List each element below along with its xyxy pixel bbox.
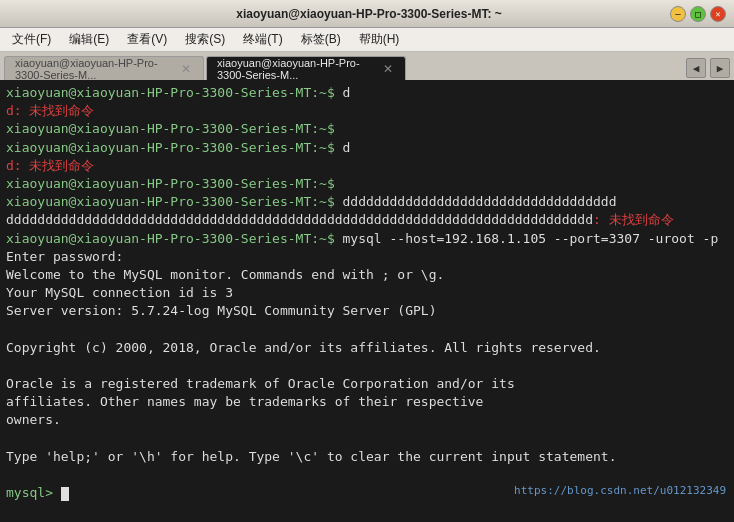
terminal-line-9: xiaoyuan@xiaoyuan-HP-Pro-3300-Series-MT:… (6, 230, 728, 248)
terminal-line-4: xiaoyuan@xiaoyuan-HP-Pro-3300-Series-MT:… (6, 139, 728, 157)
terminal-line-8: dddddddddddddddddddddddddddddddddddddddd… (6, 211, 728, 229)
tab-scroll-left[interactable]: ◀ (686, 58, 706, 78)
close-button[interactable]: ✕ (710, 6, 726, 22)
tab-1-close[interactable]: ✕ (179, 62, 193, 76)
tab-bar: xiaoyuan@xiaoyuan-HP-Pro-3300-Series-M..… (0, 52, 734, 80)
menu-tabs[interactable]: 标签(B) (293, 29, 349, 50)
terminal-line-16: affiliates. Other names may be trademark… (6, 393, 728, 411)
terminal-line-14: Copyright (c) 2000, 2018, Oracle and/or … (6, 339, 728, 357)
terminal-line-1: xiaoyuan@xiaoyuan-HP-Pro-3300-Series-MT:… (6, 84, 728, 102)
terminal-blank-2 (6, 357, 728, 375)
terminal-line-7: xiaoyuan@xiaoyuan-HP-Pro-3300-Series-MT:… (6, 193, 728, 211)
menu-bar: 文件(F) 编辑(E) 查看(V) 搜索(S) 终端(T) 标签(B) 帮助(H… (0, 28, 734, 52)
menu-terminal[interactable]: 终端(T) (235, 29, 290, 50)
menu-edit[interactable]: 编辑(E) (61, 29, 117, 50)
terminal-line-17: owners. (6, 411, 728, 429)
terminal-line-10: Enter password: (6, 248, 728, 266)
menu-search[interactable]: 搜索(S) (177, 29, 233, 50)
window-title: xiaoyuan@xiaoyuan-HP-Pro-3300-Series-MT:… (68, 7, 670, 21)
terminal-blank-1 (6, 320, 728, 338)
terminal-line-11: Welcome to the MySQL monitor. Commands e… (6, 266, 728, 284)
terminal-line-12: Your MySQL connection id is 3 (6, 284, 728, 302)
tab-2-close[interactable]: ✕ (381, 62, 395, 76)
minimize-button[interactable]: – (670, 6, 686, 22)
terminal-line-18: Type 'help;' or '\h' for help. Type '\c'… (6, 448, 728, 466)
tab-1[interactable]: xiaoyuan@xiaoyuan-HP-Pro-3300-Series-M..… (4, 56, 204, 80)
terminal-line-13: Server version: 5.7.24-log MySQL Communi… (6, 302, 728, 320)
terminal-blank-4 (6, 466, 728, 484)
title-bar: xiaoyuan@xiaoyuan-HP-Pro-3300-Series-MT:… (0, 0, 734, 28)
window-controls[interactable]: – □ ✕ (670, 6, 726, 22)
tab-2[interactable]: xiaoyuan@xiaoyuan-HP-Pro-3300-Series-M..… (206, 56, 406, 80)
tab-scroll-right[interactable]: ▶ (710, 58, 730, 78)
menu-file[interactable]: 文件(F) (4, 29, 59, 50)
maximize-button[interactable]: □ (690, 6, 706, 22)
tab-actions: ◀ ▶ (686, 58, 730, 80)
terminal-blank-3 (6, 430, 728, 448)
terminal-line-2: d: 未找到命令 (6, 102, 728, 120)
terminal-line-6: xiaoyuan@xiaoyuan-HP-Pro-3300-Series-MT:… (6, 175, 728, 193)
csdn-link: https://blog.csdn.net/u012132349 (514, 483, 726, 498)
terminal[interactable]: xiaoyuan@xiaoyuan-HP-Pro-3300-Series-MT:… (0, 80, 734, 522)
tab-2-label: xiaoyuan@xiaoyuan-HP-Pro-3300-Series-M..… (217, 57, 375, 81)
terminal-line-3: xiaoyuan@xiaoyuan-HP-Pro-3300-Series-MT:… (6, 120, 728, 138)
terminal-line-15: Oracle is a registered trademark of Orac… (6, 375, 728, 393)
tab-1-label: xiaoyuan@xiaoyuan-HP-Pro-3300-Series-M..… (15, 57, 173, 81)
terminal-line-5: d: 未找到命令 (6, 157, 728, 175)
menu-help[interactable]: 帮助(H) (351, 29, 408, 50)
menu-view[interactable]: 查看(V) (119, 29, 175, 50)
